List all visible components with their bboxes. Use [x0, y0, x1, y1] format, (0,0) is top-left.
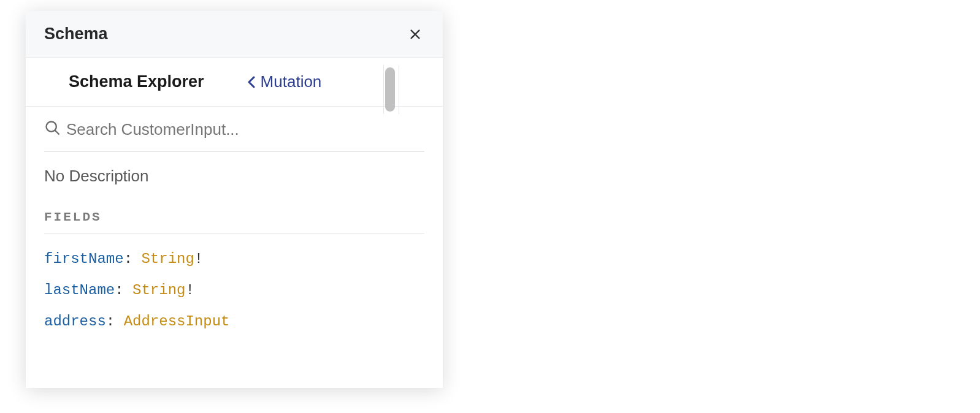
svg-line-3 — [55, 130, 59, 134]
field-row: firstName: String! — [44, 251, 424, 267]
field-row: lastName: String! — [44, 282, 424, 298]
scroll-track — [383, 65, 384, 114]
required-marker: ! — [194, 251, 203, 267]
field-type[interactable]: AddressInput — [124, 313, 230, 330]
scroll-track — [399, 65, 399, 114]
fields-list: firstName: String! lastName: String! add… — [44, 233, 424, 330]
back-button[interactable]: Mutation — [247, 72, 322, 91]
chevron-left-icon — [247, 76, 256, 88]
field-type[interactable]: String — [132, 282, 185, 298]
explorer-title: Schema Explorer — [69, 72, 204, 91]
field-type[interactable]: String — [141, 251, 194, 267]
svg-point-2 — [47, 121, 56, 131]
fields-section-label: FIELDS — [44, 210, 424, 233]
description-text: No Description — [44, 152, 424, 210]
search-input[interactable] — [66, 116, 424, 139]
field-row: address: AddressInput — [44, 313, 424, 330]
colon: : — [124, 251, 142, 267]
scrollbar-thumb[interactable] — [385, 67, 395, 112]
close-icon — [408, 28, 422, 41]
colon: : — [115, 282, 132, 298]
field-name[interactable]: lastName — [44, 282, 115, 298]
schema-panel: Schema Schema Explorer Mutation — [26, 11, 443, 388]
field-name[interactable]: firstName — [44, 251, 124, 267]
panel-header: Schema — [26, 11, 443, 58]
close-button[interactable] — [406, 25, 424, 44]
field-name[interactable]: address — [44, 313, 106, 330]
required-marker: ! — [185, 282, 194, 298]
colon: : — [106, 313, 124, 330]
back-label: Mutation — [261, 72, 322, 91]
panel-title: Schema — [44, 25, 108, 44]
search-icon — [44, 119, 61, 137]
nav-row: Schema Explorer Mutation — [26, 58, 443, 107]
search-row — [44, 107, 424, 152]
panel-body: No Description FIELDS firstName: String!… — [26, 107, 443, 388]
